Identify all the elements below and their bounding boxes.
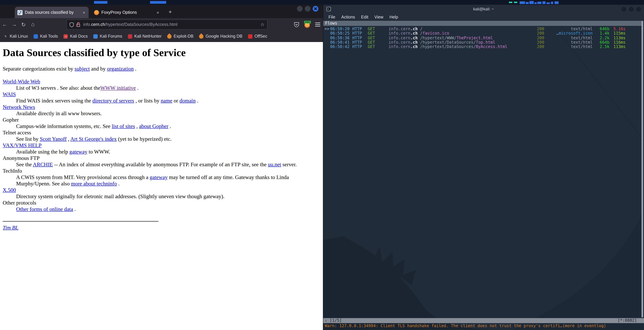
flow-status-code: 200 bbox=[537, 27, 551, 32]
url-display[interactable]: info.cern.ch/hypertext/DataSources/ByAcc… bbox=[83, 22, 258, 27]
page-link[interactable]: directory of servers bbox=[92, 98, 134, 103]
tracking-protection-shield-icon[interactable] bbox=[70, 22, 74, 27]
flow-row[interactable]: 06:50:41HTTPGETinfo.cern.ch /hypertext/D… bbox=[323, 40, 644, 45]
terminal-menu-edit[interactable]: Edit bbox=[359, 14, 370, 20]
insecure-lock-icon[interactable] bbox=[76, 22, 80, 27]
panel-activity-segment bbox=[150, 1, 166, 4]
service-definition: Available directly in all www browsers. bbox=[16, 110, 320, 117]
kali-wallpaper-watermark bbox=[323, 5, 644, 330]
page-link[interactable]: Network News bbox=[3, 104, 35, 110]
bookmark-label: Google Hacking DB bbox=[206, 34, 242, 39]
terminal-maximize-button[interactable] bbox=[629, 7, 633, 11]
mitmproxy-flow-list: >>06:50:20HTTPGETinfo.cern.ch /200text/h… bbox=[323, 27, 644, 49]
bookmark-item[interactable]: Kali NetHunter bbox=[128, 34, 162, 39]
page-link[interactable]: VAX/VMS HELP bbox=[3, 142, 42, 148]
service-term: Other protocols bbox=[3, 199, 320, 206]
page-link[interactable]: WAIS bbox=[3, 91, 16, 97]
tab-close-icon[interactable]: × bbox=[82, 10, 86, 15]
terminal-titlebar[interactable]: >_ kali@kali: ~ bbox=[323, 5, 644, 14]
flow-content-type: text/html bbox=[551, 40, 593, 45]
flow-row[interactable]: 06:50:36HTTPGETinfo.cern.ch /hypertext/W… bbox=[323, 36, 644, 40]
page-text: See the bbox=[16, 162, 33, 167]
page-link[interactable]: ARCHIE bbox=[33, 162, 53, 167]
page-link[interactable]: gateway bbox=[150, 174, 168, 180]
bookmark-item[interactable]: Exploit-DB bbox=[167, 34, 194, 39]
page-link-timbl[interactable]: Tim BL bbox=[3, 225, 18, 230]
flow-size: 2.5k bbox=[593, 45, 610, 49]
flow-row[interactable]: 06:50:42HTTPGETinfo.cern.ch /hypertext/D… bbox=[323, 45, 644, 49]
page-link[interactable]: X.500 bbox=[3, 187, 16, 193]
flow-protocol: HTTP bbox=[352, 45, 368, 49]
tab-foxyproxy[interactable]: FoxyProxy Options × bbox=[91, 7, 162, 18]
flow-content-type-prefix: … bbox=[556, 31, 558, 36]
reload-button[interactable]: ↻ bbox=[19, 22, 28, 28]
page-text: Directory system originally for eletroni… bbox=[16, 193, 224, 199]
flow-content-type-value: text/html bbox=[571, 36, 593, 40]
foxyproxy-toolbar-icon[interactable]: mitm bbox=[304, 22, 310, 28]
terminal-menu-view[interactable]: View bbox=[372, 14, 386, 20]
page-link[interactable]: about Gopher bbox=[139, 123, 168, 129]
page-link[interactable]: Other forms of online data bbox=[16, 206, 73, 212]
bookmark-item[interactable]: OffSec bbox=[248, 34, 267, 39]
page-text: Available directly in all www browsers. bbox=[16, 111, 102, 116]
bookmark-item[interactable]: ‹›Kali Docs bbox=[64, 34, 88, 39]
forward-button[interactable]: → bbox=[10, 22, 19, 28]
kali-tools-favicon-icon bbox=[34, 34, 38, 39]
page-link[interactable]: World-Wide Web bbox=[3, 79, 40, 84]
page-text: See list by bbox=[16, 136, 40, 142]
tab-close-icon[interactable]: × bbox=[156, 10, 160, 15]
page-text: Find WAIS index servers using the bbox=[16, 98, 92, 103]
flow-selected-marker: >> bbox=[323, 27, 330, 32]
flow-row[interactable]: >>06:50:20HTTPGETinfo.cern.ch /200text/h… bbox=[323, 27, 644, 32]
statusbar-position: ⇩ [1/5] bbox=[323, 318, 618, 323]
mitmproxy-statusbar: ⇩ [1/5] [*:8082] bbox=[323, 318, 644, 323]
flow-row[interactable]: 06:50:25HTTPGETinfo.cern.ch /favicon.ico… bbox=[323, 32, 644, 36]
page-text: Campus-wide information systems, etc. Se… bbox=[16, 123, 112, 129]
url-bar[interactable]: info.cern.ch/hypertext/DataSources/ByAcc… bbox=[66, 20, 268, 30]
bookmark-label: Kali Forums bbox=[100, 34, 122, 39]
page-link[interactable]: more about techninfo bbox=[71, 181, 117, 186]
flow-url: info.cern.ch /hypertext/WWW/TheProject.h… bbox=[388, 36, 537, 40]
google-hacking-db-favicon-icon bbox=[198, 33, 204, 40]
flow-method: GET bbox=[368, 36, 388, 40]
flow-time: 06:50:36 bbox=[330, 36, 352, 40]
new-tab-button[interactable]: + bbox=[168, 9, 172, 16]
terminal-menu-file[interactable]: File bbox=[326, 14, 338, 20]
bookmark-item[interactable]: Kali Tools bbox=[34, 34, 58, 39]
page-link[interactable]: organization bbox=[107, 66, 134, 72]
flow-url: info.cern.ch / bbox=[388, 27, 537, 32]
service-term: World-Wide Web bbox=[3, 78, 320, 85]
bookmark-item[interactable]: Google Hacking DB bbox=[199, 34, 242, 39]
page-link[interactable]: gateway bbox=[70, 149, 88, 155]
cern-page-favicon bbox=[18, 10, 22, 15]
flow-duration: 113ms bbox=[610, 45, 626, 49]
back-button[interactable]: ← bbox=[0, 22, 10, 28]
page-link[interactable]: uu.net bbox=[268, 162, 281, 167]
terminal-scrollbar[interactable] bbox=[641, 21, 643, 317]
flow-size: 646b bbox=[593, 27, 610, 32]
home-button[interactable]: ⌂ bbox=[28, 21, 38, 28]
page-link[interactable]: domain bbox=[180, 98, 196, 103]
page-link[interactable]: name bbox=[161, 98, 172, 103]
menu-hamburger-icon[interactable] bbox=[315, 23, 320, 27]
terminal-minimize-button[interactable] bbox=[622, 7, 626, 11]
terminal-menu-actions[interactable]: Actions bbox=[339, 14, 357, 20]
bookmark-star-icon[interactable]: ☆ bbox=[260, 22, 264, 27]
flow-protocol: HTTP bbox=[352, 36, 368, 40]
flow-path: /hypertext/WWW/ bbox=[418, 36, 456, 40]
page-link[interactable]: WWW initiative bbox=[100, 85, 136, 91]
page-link[interactable]: Art St George's index bbox=[70, 136, 117, 142]
bookmark-item[interactable]: ϟKali Linux bbox=[3, 34, 28, 39]
page-text: A CWIS system from MIT. Very provisional… bbox=[16, 174, 150, 180]
page-link[interactable]: subject bbox=[74, 66, 90, 72]
flow-path-file: favicon.ico bbox=[422, 32, 449, 36]
terminal-menu-help[interactable]: Help bbox=[387, 14, 400, 20]
pocket-icon[interactable] bbox=[294, 22, 299, 28]
flow-host: info.cern bbox=[388, 45, 410, 49]
page-link[interactable]: Scott Yanoff bbox=[40, 136, 66, 142]
page-link[interactable]: list of sites bbox=[112, 123, 135, 129]
bookmark-item[interactable]: Kali Forums bbox=[94, 34, 122, 39]
page-text: -- An index of almost everything availab… bbox=[53, 162, 268, 167]
terminal-close-button[interactable] bbox=[636, 7, 641, 11]
tab-data-sources[interactable]: Data sources classified by × bbox=[15, 7, 88, 18]
